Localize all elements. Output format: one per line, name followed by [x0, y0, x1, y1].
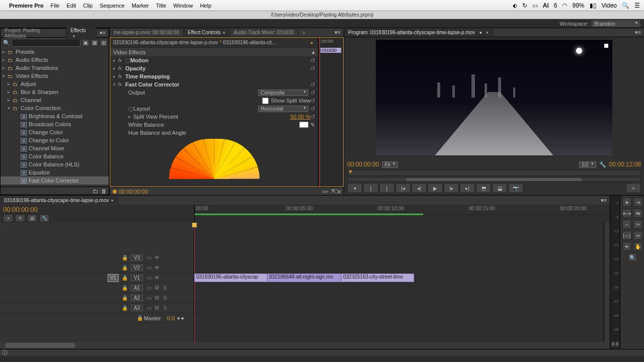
track-a2-header[interactable]: 🔒A2▭MS: [0, 293, 194, 303]
razor-tool[interactable]: ✂: [633, 220, 642, 229]
track-a1-header[interactable]: 🔒A1▭MS: [0, 283, 194, 293]
track-v1-lane[interactable]: 031830196-atlanta-cityscap 032186648-atl…: [194, 273, 604, 283]
snap-icon[interactable]: ⌖: [3, 214, 13, 222]
work-area-bar[interactable]: [195, 214, 423, 215]
timeline-track-area[interactable]: 031830196-atlanta-cityscap 032186648-atl…: [194, 223, 604, 342]
output-dropdown[interactable]: Composite: [258, 89, 308, 96]
clip-2[interactable]: 032186648-atl-night-sign.mo: [267, 274, 341, 282]
menu-title[interactable]: Title: [156, 3, 166, 9]
stopwatch-icon[interactable]: ◌: [128, 106, 133, 112]
dropbox-icon[interactable]: ⬖: [513, 2, 517, 9]
collapse-icon[interactable]: ▸◂: [178, 315, 184, 321]
ec-keyframe-timeline[interactable]: :00:00 031830: [318, 38, 343, 187]
close-icon[interactable]: ×: [222, 30, 225, 35]
panel-menu-icon[interactable]: ▾≡: [97, 30, 109, 36]
effect-color-balance-hls-[interactable]: ▦Color Balance (HLS): [1, 160, 109, 168]
new-bin-icon[interactable]: 🗀: [93, 188, 98, 194]
split-percent-value[interactable]: 50.00 %: [290, 114, 310, 120]
sync-lock-icon[interactable]: ▭: [145, 295, 153, 301]
lock-icon[interactable]: 🔒: [121, 265, 129, 270]
panel-menu-icon[interactable]: ▾≡: [332, 29, 344, 36]
rate-stretch-tool[interactable]: ↔: [622, 220, 631, 229]
cc-count[interactable]: 6: [554, 2, 557, 9]
extract-button[interactable]: ⬓: [492, 183, 507, 193]
battery-icon[interactable]: ▮▯: [590, 2, 597, 9]
yuv-filter-icon[interactable]: ▥: [100, 39, 108, 47]
lock-icon[interactable]: 🔒: [121, 305, 129, 311]
eyedropper-icon[interactable]: ✎: [310, 122, 315, 128]
disclosure-arrow-icon[interactable]: ▸: [8, 81, 13, 86]
track-a3-lane[interactable]: [194, 303, 604, 313]
add-marker-button[interactable]: ▾: [347, 183, 362, 193]
white-balance-swatch[interactable]: [299, 122, 308, 128]
ec-fast-color-corrector[interactable]: ▾fxFast Color Corrector↺: [110, 80, 318, 88]
track-master-header[interactable]: 🔒Master0.0▸◂: [0, 313, 194, 323]
menu-help[interactable]: Help: [200, 3, 211, 9]
resolution-dropdown[interactable]: 1/2: [579, 161, 596, 168]
tab-audio-mixer[interactable]: Audio Track Mixer: 031830: [230, 29, 298, 36]
overflow-icon[interactable]: »: [298, 29, 309, 36]
settings-icon[interactable]: 🔧: [599, 161, 606, 168]
track-v2-header[interactable]: 🔒V2▭👁: [0, 263, 194, 273]
zoom-fit-icon[interactable]: ⇱⇲: [332, 188, 341, 195]
timeline-hscrollbar[interactable]: [0, 342, 610, 349]
lift-button[interactable]: ⬒: [476, 183, 491, 193]
program-video-preview[interactable]: [376, 40, 612, 155]
effects-search-input[interactable]: [12, 39, 80, 47]
fit-dropdown[interactable]: Fit: [382, 161, 397, 168]
menu-marker[interactable]: Marker: [132, 3, 149, 9]
playhead-marker-icon[interactable]: ▼: [348, 168, 353, 174]
close-icon[interactable]: ×: [72, 34, 75, 39]
reset-icon[interactable]: ↺: [310, 89, 315, 96]
ec-opacity[interactable]: ▸fxOpacity↺: [110, 64, 318, 72]
pen-tool[interactable]: ✒: [622, 242, 631, 251]
go-to-out-button[interactable]: ▸|: [460, 183, 475, 193]
workspace-dropdown[interactable]: Brandon: [591, 20, 641, 28]
play-button[interactable]: ▶: [428, 183, 443, 193]
rolling-edit-tool[interactable]: ⇆: [633, 209, 642, 218]
layout-dropdown[interactable]: Horizontal: [258, 106, 308, 112]
panel-menu-icon[interactable]: ▾≡: [598, 197, 610, 204]
hand-tool[interactable]: ✋: [633, 242, 642, 251]
zoom-scrollbar-thumb[interactable]: [406, 178, 582, 181]
mark-out-button[interactable]: }: [379, 183, 394, 193]
timeline-timecode[interactable]: 00:00:00:00: [3, 206, 191, 213]
tab-program[interactable]: Program: 031830196-atlanta-cityscape-tim…: [344, 29, 493, 36]
effect-channel-mixer[interactable]: ▦Channel Mixer: [1, 144, 109, 152]
split-view-checkbox[interactable]: [262, 98, 269, 104]
close-icon[interactable]: ×: [486, 30, 489, 35]
timeline-ruler[interactable]: 00:00 00:00:05:00 00:00:10:00 00:00:15:0…: [194, 205, 610, 223]
step-forward-button[interactable]: |▸: [444, 183, 459, 193]
solo-right-button[interactable]: S: [615, 342, 619, 347]
panel-menu-icon[interactable]: ▾≡: [632, 29, 644, 36]
folder-color-correction[interactable]: ▾🗀Color Correction: [1, 104, 109, 112]
track-v1-header[interactable]: V1🔒V1▭👁: [0, 273, 194, 283]
ec-timecode[interactable]: 00:00:00:00: [119, 189, 148, 195]
delete-icon[interactable]: 🗑: [101, 188, 107, 194]
ec-motion[interactable]: ▸fx⬚Motion↺: [110, 56, 318, 64]
lock-icon[interactable]: 🔒: [136, 315, 144, 321]
sync-lock-icon[interactable]: ▭: [145, 255, 153, 260]
slide-tool[interactable]: ⇔: [633, 231, 642, 240]
tab-effects[interactable]: Effects ×: [66, 27, 96, 40]
wifi-icon[interactable]: ◠: [562, 2, 567, 9]
track-select-tool[interactable]: ⇥: [633, 198, 642, 207]
reset-icon[interactable]: ↺: [310, 114, 315, 120]
spotlight-icon[interactable]: 🔍: [622, 2, 629, 9]
folder-audio-effects[interactable]: ▸🗀Audio Effects: [1, 56, 109, 64]
disclosure-arrow-icon[interactable]: ▸: [8, 98, 13, 103]
tab-source[interactable]: me-lapse-p.mov: 00:00:00:00: [110, 29, 184, 36]
menu-file[interactable]: File: [50, 3, 59, 9]
lock-icon[interactable]: 🔒: [121, 285, 129, 291]
track-v3-header[interactable]: 🔒V3▭👁: [0, 253, 194, 263]
menu-edit[interactable]: Edit: [66, 3, 76, 9]
clip-1[interactable]: 031830196-atlanta-cityscap: [194, 274, 267, 282]
clip-3[interactable]: 032325163-city-street-time: [341, 274, 414, 282]
dropdown-icon[interactable]: ▼: [478, 31, 482, 35]
track-a3-header[interactable]: 🔒A3▭MS: [0, 303, 194, 313]
reset-icon[interactable]: ↺: [310, 65, 315, 72]
track-a1-lane[interactable]: [194, 283, 604, 293]
ripple-edit-tool[interactable]: ⇤⇥: [622, 209, 631, 218]
video-label[interactable]: Video: [602, 2, 617, 9]
solo-left-button[interactable]: S: [611, 342, 615, 347]
